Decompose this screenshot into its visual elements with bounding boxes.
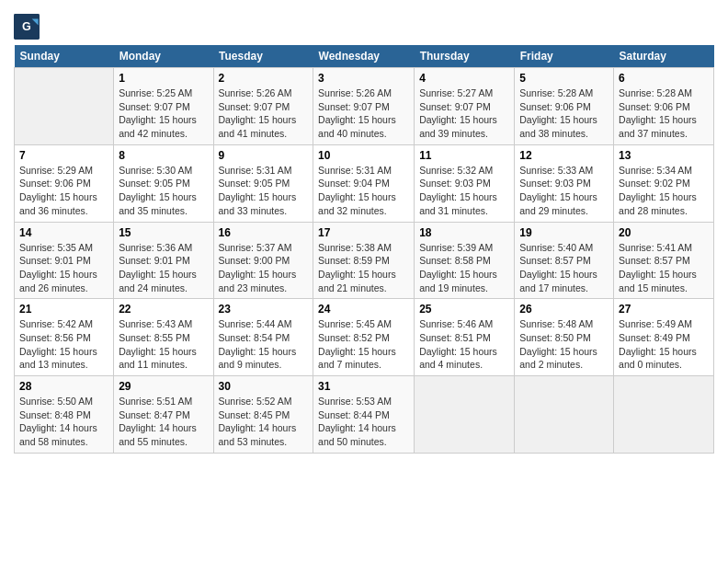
day-number: 28 <box>19 380 108 393</box>
day-number: 11 <box>419 149 509 162</box>
calendar-cell: 23Sunrise: 5:44 AM Sunset: 8:54 PM Dayli… <box>213 299 313 376</box>
day-number: 24 <box>318 303 409 316</box>
header-tuesday: Tuesday <box>213 45 313 68</box>
logo: G <box>14 14 43 40</box>
day-info: Sunrise: 5:49 AM Sunset: 8:49 PM Dayligh… <box>619 317 709 372</box>
day-number: 13 <box>619 149 709 162</box>
day-info: Sunrise: 5:26 AM Sunset: 9:07 PM Dayligh… <box>219 86 309 141</box>
day-number: 23 <box>219 303 309 316</box>
header-thursday: Thursday <box>415 45 515 68</box>
calendar-cell: 22Sunrise: 5:43 AM Sunset: 8:55 PM Dayli… <box>114 299 213 376</box>
day-number: 9 <box>219 149 309 162</box>
day-info: Sunrise: 5:46 AM Sunset: 8:51 PM Dayligh… <box>419 317 509 372</box>
day-number: 5 <box>519 72 609 85</box>
day-number: 26 <box>519 303 609 316</box>
calendar-cell: 16Sunrise: 5:37 AM Sunset: 9:00 PM Dayli… <box>213 222 313 299</box>
svg-text:G: G <box>22 20 31 33</box>
day-number: 31 <box>318 380 409 393</box>
day-info: Sunrise: 5:28 AM Sunset: 9:06 PM Dayligh… <box>519 86 609 141</box>
calendar-cell <box>15 68 114 145</box>
week-row-5: 28Sunrise: 5:50 AM Sunset: 8:48 PM Dayli… <box>15 376 714 454</box>
day-info: Sunrise: 5:40 AM Sunset: 8:57 PM Dayligh… <box>519 241 609 295</box>
calendar-cell: 3Sunrise: 5:26 AM Sunset: 9:07 PM Daylig… <box>313 68 415 145</box>
calendar-cell: 13Sunrise: 5:34 AM Sunset: 9:02 PM Dayli… <box>614 144 714 222</box>
calendar-cell: 14Sunrise: 5:35 AM Sunset: 9:01 PM Dayli… <box>15 222 114 299</box>
week-row-2: 7Sunrise: 5:29 AM Sunset: 9:06 PM Daylig… <box>15 144 714 222</box>
week-row-3: 14Sunrise: 5:35 AM Sunset: 9:01 PM Dayli… <box>15 222 714 299</box>
calendar-cell: 2Sunrise: 5:26 AM Sunset: 9:07 PM Daylig… <box>213 68 313 145</box>
day-info: Sunrise: 5:43 AM Sunset: 8:55 PM Dayligh… <box>119 317 208 372</box>
day-number: 14 <box>19 226 108 239</box>
day-number: 27 <box>619 303 709 316</box>
day-info: Sunrise: 5:32 AM Sunset: 9:03 PM Dayligh… <box>419 164 509 218</box>
day-info: Sunrise: 5:41 AM Sunset: 8:57 PM Dayligh… <box>619 241 709 295</box>
calendar-cell: 10Sunrise: 5:31 AM Sunset: 9:04 PM Dayli… <box>313 144 415 222</box>
day-number: 3 <box>318 72 409 85</box>
day-number: 21 <box>19 303 108 316</box>
calendar-cell <box>415 376 515 454</box>
day-info: Sunrise: 5:48 AM Sunset: 8:50 PM Dayligh… <box>519 317 609 372</box>
day-info: Sunrise: 5:25 AM Sunset: 9:07 PM Dayligh… <box>119 86 208 141</box>
day-number: 29 <box>119 380 208 393</box>
day-info: Sunrise: 5:29 AM Sunset: 9:06 PM Dayligh… <box>19 164 108 218</box>
calendar-cell: 20Sunrise: 5:41 AM Sunset: 8:57 PM Dayli… <box>614 222 714 299</box>
day-info: Sunrise: 5:37 AM Sunset: 9:00 PM Dayligh… <box>219 241 309 295</box>
day-info: Sunrise: 5:51 AM Sunset: 8:47 PM Dayligh… <box>119 395 208 449</box>
day-number: 25 <box>419 303 509 316</box>
day-info: Sunrise: 5:34 AM Sunset: 9:02 PM Dayligh… <box>619 164 709 218</box>
day-number: 30 <box>219 380 309 393</box>
day-info: Sunrise: 5:53 AM Sunset: 8:44 PM Dayligh… <box>318 395 409 449</box>
calendar-cell <box>614 376 714 454</box>
calendar-cell <box>515 376 614 454</box>
day-info: Sunrise: 5:44 AM Sunset: 8:54 PM Dayligh… <box>219 317 309 372</box>
calendar-cell: 28Sunrise: 5:50 AM Sunset: 8:48 PM Dayli… <box>15 376 114 454</box>
day-info: Sunrise: 5:31 AM Sunset: 9:05 PM Dayligh… <box>219 164 309 218</box>
day-number: 16 <box>219 226 309 239</box>
day-info: Sunrise: 5:27 AM Sunset: 9:07 PM Dayligh… <box>419 86 509 141</box>
calendar-cell: 19Sunrise: 5:40 AM Sunset: 8:57 PM Dayli… <box>515 222 614 299</box>
day-number: 22 <box>119 303 208 316</box>
calendar-cell: 8Sunrise: 5:30 AM Sunset: 9:05 PM Daylig… <box>114 144 213 222</box>
day-number: 17 <box>318 226 409 239</box>
header: G <box>14 9 714 40</box>
day-info: Sunrise: 5:33 AM Sunset: 9:03 PM Dayligh… <box>519 164 609 218</box>
day-info: Sunrise: 5:31 AM Sunset: 9:04 PM Dayligh… <box>318 164 409 218</box>
day-number: 19 <box>519 226 609 239</box>
day-info: Sunrise: 5:52 AM Sunset: 8:45 PM Dayligh… <box>219 395 309 449</box>
calendar-cell: 24Sunrise: 5:45 AM Sunset: 8:52 PM Dayli… <box>313 299 415 376</box>
logo-icon: G <box>14 14 40 40</box>
calendar-cell: 12Sunrise: 5:33 AM Sunset: 9:03 PM Dayli… <box>515 144 614 222</box>
calendar-cell: 29Sunrise: 5:51 AM Sunset: 8:47 PM Dayli… <box>114 376 213 454</box>
calendar-cell: 31Sunrise: 5:53 AM Sunset: 8:44 PM Dayli… <box>313 376 415 454</box>
calendar-cell: 27Sunrise: 5:49 AM Sunset: 8:49 PM Dayli… <box>614 299 714 376</box>
day-info: Sunrise: 5:30 AM Sunset: 9:05 PM Dayligh… <box>119 164 208 218</box>
header-sunday: Sunday <box>15 45 114 68</box>
day-info: Sunrise: 5:28 AM Sunset: 9:06 PM Dayligh… <box>619 86 709 141</box>
day-number: 1 <box>119 72 208 85</box>
day-number: 7 <box>19 149 108 162</box>
calendar-cell: 30Sunrise: 5:52 AM Sunset: 8:45 PM Dayli… <box>213 376 313 454</box>
day-number: 12 <box>519 149 609 162</box>
header-wednesday: Wednesday <box>313 45 415 68</box>
calendar-table: SundayMondayTuesdayWednesdayThursdayFrid… <box>14 45 714 454</box>
week-row-4: 21Sunrise: 5:42 AM Sunset: 8:56 PM Dayli… <box>15 299 714 376</box>
day-number: 6 <box>619 72 709 85</box>
day-info: Sunrise: 5:45 AM Sunset: 8:52 PM Dayligh… <box>318 317 409 372</box>
calendar-cell: 4Sunrise: 5:27 AM Sunset: 9:07 PM Daylig… <box>415 68 515 145</box>
day-info: Sunrise: 5:35 AM Sunset: 9:01 PM Dayligh… <box>19 241 108 295</box>
header-monday: Monday <box>114 45 213 68</box>
calendar-cell: 21Sunrise: 5:42 AM Sunset: 8:56 PM Dayli… <box>15 299 114 376</box>
day-info: Sunrise: 5:26 AM Sunset: 9:07 PM Dayligh… <box>318 86 409 141</box>
day-number: 18 <box>419 226 509 239</box>
day-info: Sunrise: 5:42 AM Sunset: 8:56 PM Dayligh… <box>19 317 108 372</box>
calendar-cell: 11Sunrise: 5:32 AM Sunset: 9:03 PM Dayli… <box>415 144 515 222</box>
day-info: Sunrise: 5:39 AM Sunset: 8:58 PM Dayligh… <box>419 241 509 295</box>
header-saturday: Saturday <box>614 45 714 68</box>
calendar-cell: 15Sunrise: 5:36 AM Sunset: 9:01 PM Dayli… <box>114 222 213 299</box>
calendar-header-row: SundayMondayTuesdayWednesdayThursdayFrid… <box>15 45 714 68</box>
calendar-cell: 26Sunrise: 5:48 AM Sunset: 8:50 PM Dayli… <box>515 299 614 376</box>
day-info: Sunrise: 5:38 AM Sunset: 8:59 PM Dayligh… <box>318 241 409 295</box>
header-friday: Friday <box>515 45 614 68</box>
calendar-cell: 6Sunrise: 5:28 AM Sunset: 9:06 PM Daylig… <box>614 68 714 145</box>
calendar-cell: 17Sunrise: 5:38 AM Sunset: 8:59 PM Dayli… <box>313 222 415 299</box>
